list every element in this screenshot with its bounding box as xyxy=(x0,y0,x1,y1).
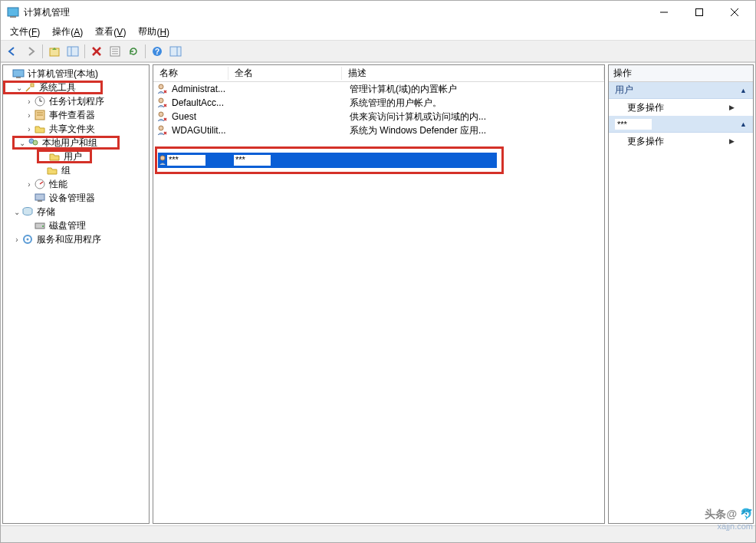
collapse-icon: ▲ xyxy=(740,87,747,94)
col-name[interactable]: 名称 xyxy=(153,67,228,80)
svg-point-39 xyxy=(159,84,163,89)
up-button[interactable] xyxy=(46,43,63,60)
menu-file[interactable]: 文件(F) xyxy=(4,25,46,40)
svg-rect-19 xyxy=(13,70,24,77)
tree-task-scheduler[interactable]: › 任务计划程序 xyxy=(3,94,149,108)
redacted-section-label: *** xyxy=(615,119,652,130)
clock-icon xyxy=(34,95,46,107)
delete-button[interactable] xyxy=(88,43,105,60)
list-row[interactable]: Guest 供来宾访问计算机或访问域的内... xyxy=(153,110,604,123)
menu-help[interactable]: 帮助(H) xyxy=(132,25,176,40)
svg-rect-33 xyxy=(38,200,42,202)
expander-icon[interactable]: › xyxy=(25,111,34,120)
redacted-name: *** xyxy=(167,155,205,166)
statusbar xyxy=(1,525,755,542)
menu-view[interactable]: 查看(V) xyxy=(89,25,132,40)
back-button[interactable] xyxy=(4,43,21,60)
chevron-right-icon: ▶ xyxy=(729,104,735,111)
tree-performance[interactable]: › 性能 xyxy=(3,177,149,191)
list-body[interactable]: Administrat... 管理计算机(域)的内置帐户 DefaultAcc.… xyxy=(153,82,604,523)
tree-storage[interactable]: ⌄ 存储 xyxy=(3,205,149,219)
tree-root[interactable]: 计算机管理(本地) xyxy=(3,67,149,81)
col-description[interactable]: 描述 xyxy=(342,67,604,80)
svg-rect-3 xyxy=(696,9,703,16)
svg-rect-17 xyxy=(170,47,181,56)
svg-rect-7 xyxy=(67,47,78,56)
toolbar: ? xyxy=(1,41,755,62)
body: 计算机管理(本地) ⌄ 系统工具 › 任务计划程序 › xyxy=(1,62,755,525)
svg-point-43 xyxy=(160,156,165,160)
show-actions-button[interactable] xyxy=(167,43,184,60)
svg-rect-0 xyxy=(8,8,18,16)
tree-device-manager[interactable]: 设备管理器 xyxy=(3,191,149,205)
actions-panel: 操作 用户 ▲ 更多操作 ▶ *** ▲ 更多操作 ▶ xyxy=(608,64,754,524)
tools-icon xyxy=(24,81,36,94)
svg-point-38 xyxy=(27,239,29,241)
actions-header: 操作 xyxy=(609,65,753,82)
refresh-button[interactable] xyxy=(125,43,142,60)
device-icon xyxy=(34,192,46,204)
forward-button[interactable] xyxy=(22,43,39,60)
svg-rect-20 xyxy=(16,77,21,78)
expander-icon[interactable]: ⌄ xyxy=(18,139,27,147)
maximize-button[interactable] xyxy=(682,1,717,24)
tree-local-users-groups[interactable]: ⌄ 本地用户和组 xyxy=(12,136,120,150)
list-panel: 名称 全名 描述 Administrat... 管理计算机(域)的内置帐户 De… xyxy=(153,64,605,524)
app-window: 计算机管理 文件(F) 操作(A) 查看(V) 帮助(H) ? xyxy=(0,0,756,543)
minimize-button[interactable] xyxy=(646,1,682,24)
tree-event-viewer[interactable]: › 事件查看器 xyxy=(3,108,149,122)
list-row[interactable]: DefaultAcc... 系统管理的用户帐户。 xyxy=(153,96,604,110)
actions-more-1[interactable]: 更多操作 ▶ xyxy=(609,99,753,116)
list-row-selected[interactable] xyxy=(158,153,497,168)
folder-icon xyxy=(46,164,58,176)
tree[interactable]: 计算机管理(本地) ⌄ 系统工具 › 任务计划程序 › xyxy=(3,65,149,523)
menu-action[interactable]: 操作(A) xyxy=(46,25,89,40)
services-icon xyxy=(21,233,34,245)
expander-icon[interactable]: › xyxy=(25,125,34,133)
window-title: 计算机管理 xyxy=(24,6,646,19)
tree-groups[interactable]: 组 xyxy=(37,163,149,177)
folder-icon xyxy=(48,150,61,163)
tree-shared-folders[interactable]: › 共享文件夹 xyxy=(3,122,149,136)
user-icon xyxy=(156,110,169,123)
tree-users[interactable]: 用户 xyxy=(37,150,92,163)
actions-section-selected[interactable]: *** ▲ xyxy=(609,116,753,133)
col-fullname[interactable]: 全名 xyxy=(228,67,342,80)
redacted-fullname: *** xyxy=(234,155,271,166)
event-icon xyxy=(34,109,46,121)
help-button[interactable]: ? xyxy=(149,43,166,60)
actions-section-users[interactable]: 用户 ▲ xyxy=(609,82,753,99)
list-columns: 名称 全名 描述 xyxy=(153,65,604,82)
expander-icon[interactable]: › xyxy=(25,97,34,106)
expander-icon[interactable]: › xyxy=(12,235,21,244)
properties-button[interactable] xyxy=(107,43,123,60)
chevron-right-icon: ▶ xyxy=(729,137,735,145)
user-icon xyxy=(156,83,169,95)
computer-icon xyxy=(12,67,25,80)
titlebar: 计算机管理 xyxy=(1,1,755,24)
expander-icon[interactable]: ⌄ xyxy=(15,84,24,92)
toolbar-separator xyxy=(145,44,146,58)
toolbar-separator xyxy=(42,44,43,58)
list-row[interactable]: WDAGUtilit... 系统为 Windows Defender 应用... xyxy=(153,123,604,137)
shared-folder-icon xyxy=(34,123,46,135)
disk-icon xyxy=(34,219,46,232)
svg-rect-21 xyxy=(31,84,34,87)
tree-system-tools[interactable]: ⌄ 系统工具 xyxy=(3,81,103,94)
expander-icon[interactable]: › xyxy=(25,180,34,189)
show-hide-tree-button[interactable] xyxy=(64,43,81,60)
app-icon xyxy=(7,6,19,18)
actions-more-2[interactable]: 更多操作 ▶ xyxy=(609,133,753,150)
tree-disk-management[interactable]: 磁盘管理 xyxy=(3,219,149,232)
svg-point-42 xyxy=(159,126,163,130)
svg-point-40 xyxy=(159,98,163,103)
svg-rect-32 xyxy=(35,194,44,200)
tree-services-apps[interactable]: › 服务和应用程序 xyxy=(3,232,149,246)
list-row[interactable]: Administrat... 管理计算机(域)的内置帐户 xyxy=(153,82,604,96)
user-icon xyxy=(156,97,169,109)
close-button[interactable] xyxy=(717,1,752,24)
storage-icon xyxy=(21,206,34,218)
svg-point-41 xyxy=(159,112,163,117)
collapse-icon: ▲ xyxy=(740,120,747,128)
expander-icon[interactable]: ⌄ xyxy=(12,208,21,216)
